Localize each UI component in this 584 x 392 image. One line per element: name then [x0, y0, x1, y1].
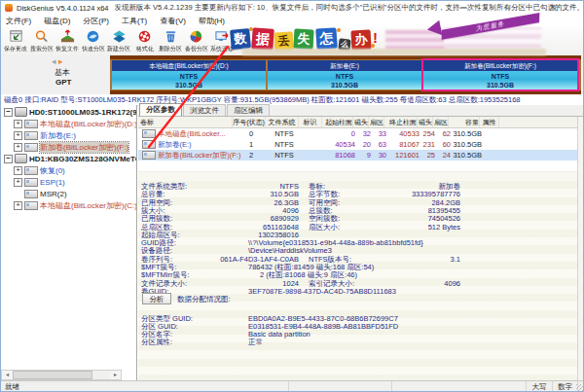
- close-button[interactable]: ✕: [544, 1, 562, 14]
- detail-row: 已用空间:26.3GB可用空间:284.2GB: [141, 199, 575, 207]
- app-logo-icon: [5, 4, 13, 12]
- ad-dot: [249, 27, 253, 31]
- partition-icon: [24, 131, 38, 140]
- scroll-right-icon[interactable]: ▸: [110, 371, 121, 379]
- partition-block-size: 310.5GB: [175, 81, 202, 89]
- minimize-button[interactable]: —: [455, 1, 472, 14]
- app-title: DiskGenius V5.4.0.1124 x64: [17, 4, 109, 13]
- ad-dot: [371, 44, 375, 48]
- ad-tile: 数: [230, 28, 251, 50]
- col-header: 扇区: [433, 117, 449, 127]
- col-header: 磁头: [353, 117, 369, 127]
- partition-row-f-selected[interactable]: 新加卷(BitLocker加密)(F:) 2 NTFS 81068 9 30 1…: [138, 150, 577, 160]
- quick-partition-button[interactable]: 快速分区: [81, 27, 107, 57]
- sidebar-item-msr[interactable]: + MSR(2): [1, 188, 137, 199]
- disk-bar-frame: 本地磁盘(BitLocker加密)(D:) NTFS 310.5GB 新加卷(E…: [110, 55, 581, 94]
- menu-view[interactable]: 查看(V): [160, 16, 186, 26]
- menu-disk[interactable]: 磁盘(D): [44, 16, 70, 26]
- expand-icon[interactable]: +: [14, 131, 22, 140]
- disk-nav-left-icon[interactable]: ◂: [52, 56, 56, 66]
- save-changes-button[interactable]: 保存更改: [3, 27, 29, 57]
- backup-partition-icon: [189, 29, 203, 44]
- tree-label: 新加卷(BitLocker加密)(F:): [40, 142, 128, 153]
- detail-row: 簇大小:4096总簇数:81395455: [141, 207, 575, 215]
- search-partition-button[interactable]: 搜索分区: [29, 27, 55, 57]
- partition-icon: [142, 151, 156, 160]
- recover-files-icon: [60, 29, 75, 44]
- table-header-row: 卷标 序号(状态) 文件系统 标识 起始柱面 磁头 扇区 终止柱面 磁头 扇区 …: [138, 117, 577, 128]
- ad-arrow-icon: [425, 20, 442, 39]
- partition-row-e[interactable]: 新加卷(E:) 1 NTFS 40534 20 63 81067 231 60 …: [138, 139, 577, 150]
- menu-partition[interactable]: 分区(P): [83, 16, 109, 26]
- expand-icon[interactable]: +: [14, 178, 22, 187]
- partition-icon: [24, 120, 38, 128]
- expand-icon[interactable]: +: [14, 143, 22, 152]
- ad-tile: 办: [350, 29, 371, 50]
- partition-icon: [24, 178, 38, 187]
- expand-icon[interactable]: +: [14, 166, 22, 175]
- scroll-left-icon[interactable]: ◂: [2, 371, 13, 379]
- maximize-button[interactable]: □: [499, 1, 517, 14]
- sidebar-item-c[interactable]: + 本地磁盘(BitLocker加密)(C:): [1, 199, 137, 211]
- scrollbar-thumb[interactable]: [13, 371, 92, 379]
- collapse-icon[interactable]: −: [4, 108, 13, 117]
- sidebar-item-f-selected[interactable]: + 新加卷(BitLocker加密)(F:): [1, 141, 137, 153]
- sidebar-item-hd1[interactable]: − HD1:KBG30ZMS128GNVMeTOSHIBA1: [1, 153, 137, 164]
- partition-block-name: 新加卷(E:): [268, 60, 421, 71]
- backup-partition-button[interactable]: 备份分区: [184, 27, 210, 57]
- delete-partition-icon: [164, 29, 178, 44]
- recover-files-button[interactable]: 恢复文件: [55, 27, 81, 57]
- expand-icon[interactable]: +: [14, 201, 22, 210]
- tree-label: MSR(2): [40, 190, 67, 198]
- tab-partition-params[interactable]: 分区参数: [139, 103, 182, 116]
- col-header: 序号(状态): [233, 117, 266, 127]
- title-bar: DiskGenius V5.4.0.1124 x64 发现新版本 V5.4.2.…: [1, 1, 584, 15]
- tab-browse-files[interactable]: 浏览文件: [183, 104, 226, 116]
- ad-tile: 失: [293, 28, 313, 49]
- tree-label: 恢复(0): [40, 165, 65, 176]
- tree-label: ESP(1): [40, 178, 65, 187]
- tree-label: 本地磁盘(BitLocker加密)(D:): [40, 119, 137, 129]
- sidebar-item-recovery[interactable]: + 恢复(0): [1, 164, 137, 176]
- partition-block-d[interactable]: 本地磁盘(BitLocker加密)(D:) NTFS 310.5GB: [112, 60, 266, 89]
- menu-file[interactable]: 文件(F): [6, 16, 31, 26]
- partition-block-name: 新加卷(BitLocker加密)(F:): [423, 60, 577, 71]
- detail-row: 总扇区数:651163648扇区大小:512 Bytes: [141, 224, 575, 232]
- format-button[interactable]: 格式化: [132, 27, 159, 57]
- sidebar-hscrollbar[interactable]: ◂ ▸: [1, 370, 122, 380]
- partition-icon: [24, 166, 38, 175]
- sidebar-item-esp[interactable]: + ESP(1): [1, 176, 137, 188]
- format-icon: [137, 29, 152, 44]
- quick-partition-icon: [86, 29, 100, 44]
- save-changes-icon: [9, 29, 23, 44]
- expand-icon[interactable]: +: [14, 120, 22, 128]
- partition-icon: [142, 140, 156, 149]
- status-bar: 就绪 大写 数字: [1, 380, 584, 392]
- new-partition-button[interactable]: 新建分区: [106, 27, 132, 57]
- menu-tools[interactable]: 工具(T): [122, 16, 147, 26]
- sidebar-item-hd0[interactable]: − HD0:ST1000LM035-1RK172(932GB): [1, 106, 137, 118]
- diskgenius-window: DiskGenius V5.4.0.1124 x64 发现新版本 V5.4.2.…: [0, 0, 584, 392]
- delete-partition-button[interactable]: 删除分区: [158, 27, 184, 57]
- partition-block-f-selected[interactable]: 新加卷(BitLocker加密)(F:) NTFS 310.5GB: [423, 60, 577, 89]
- sidebar-item-e[interactable]: + 新加卷(E:): [1, 129, 137, 141]
- tree-label: 本地磁盘(BitLocker加密)(C:): [40, 200, 137, 211]
- disk-icon: [15, 107, 27, 117]
- partition-row-d[interactable]: 本地磁盘(BitLocker... 0 NTFS 0 32 33 40533 2…: [138, 128, 577, 139]
- disk-nav-right-icon[interactable]: ▸: [58, 56, 63, 66]
- col-header: 容量: [449, 117, 480, 127]
- col-header: 属性: [480, 117, 499, 127]
- right-panel-vscrollbar[interactable]: [577, 117, 584, 380]
- partition-block-e[interactable]: 新加卷(E:) NTFS 310.5GB: [268, 60, 421, 89]
- menu-help[interactable]: 帮助(H): [199, 16, 225, 26]
- sidebar-item-d[interactable]: + 本地磁盘(BitLocker加密)(D:): [1, 118, 137, 129]
- analyze-button[interactable]: 分析: [142, 293, 171, 304]
- resize-grip[interactable]: [576, 384, 584, 392]
- col-header: 扇区: [369, 117, 384, 127]
- collapse-icon[interactable]: −: [4, 155, 13, 163]
- detail-row: GUID路径:\\?\Volume{e0318531-e9b4-448a-889…: [141, 239, 575, 247]
- table-empty-row: [138, 160, 577, 172]
- new-partition-icon: [112, 29, 127, 44]
- tab-sector-edit[interactable]: 扇区编辑: [227, 104, 270, 116]
- status-caps-indicator: 大写: [532, 382, 547, 392]
